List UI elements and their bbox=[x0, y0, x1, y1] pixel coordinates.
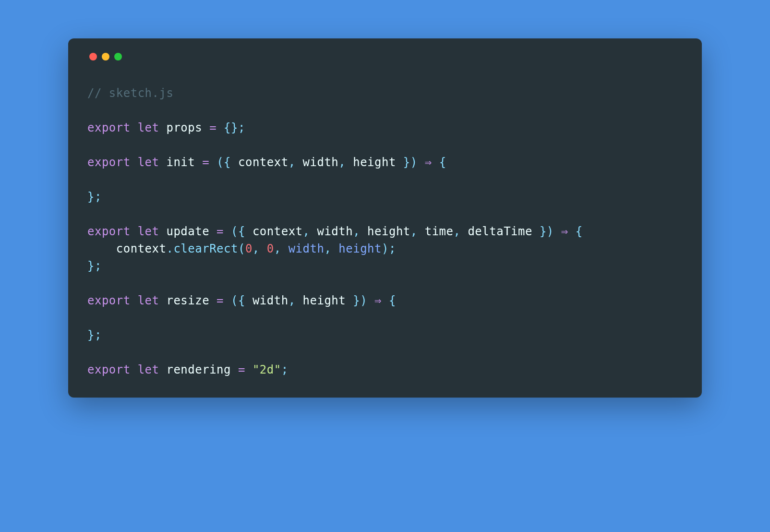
method-clearRect: clearRect bbox=[173, 242, 238, 255]
param-time: time bbox=[425, 225, 454, 238]
code-window: // sketch.js export let props = {}; expo… bbox=[68, 38, 702, 398]
keyword-export: export bbox=[87, 121, 131, 134]
var-rendering: rendering bbox=[166, 363, 231, 376]
var-update: update bbox=[166, 225, 209, 238]
param-width: width bbox=[303, 156, 339, 169]
var-resize: resize bbox=[166, 294, 209, 307]
param-height: height bbox=[353, 156, 396, 169]
code-comment: // sketch.js bbox=[87, 86, 173, 100]
code-editor: // sketch.js export let props = {}; expo… bbox=[87, 85, 683, 378]
var-props: props bbox=[166, 121, 202, 134]
var-init: init bbox=[166, 156, 195, 169]
string-2d: "2d" bbox=[253, 363, 281, 376]
ctx-ref: context bbox=[116, 242, 167, 255]
window-title-bar bbox=[87, 53, 683, 60]
keyword-let: let bbox=[138, 121, 159, 134]
minimize-icon[interactable] bbox=[102, 53, 109, 60]
maximize-icon[interactable] bbox=[114, 53, 122, 60]
param-context: context bbox=[238, 156, 289, 169]
param-deltaTime: deltaTime bbox=[468, 225, 532, 238]
close-icon[interactable] bbox=[89, 53, 97, 60]
number-zero: 0 bbox=[245, 242, 253, 255]
